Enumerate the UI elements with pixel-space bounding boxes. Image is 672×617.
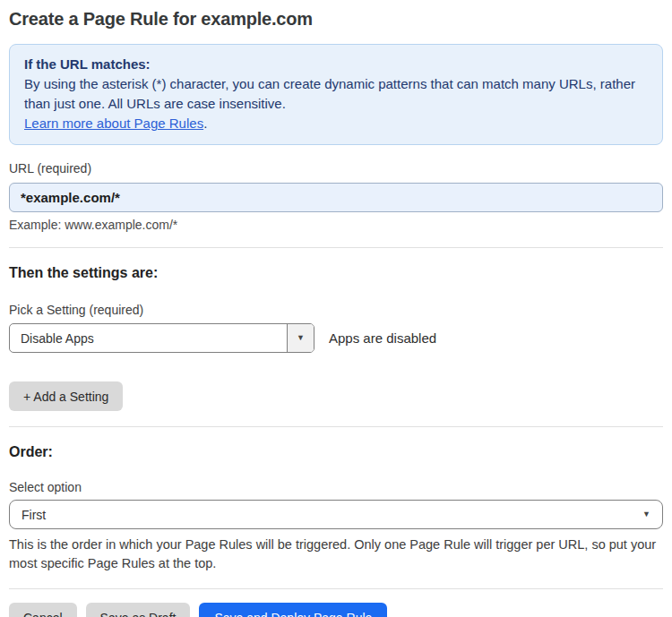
url-field-label: URL (required): [9, 161, 663, 176]
chevron-down-icon: ▼: [642, 510, 650, 518]
page-title: Create a Page Rule for example.com: [9, 9, 663, 30]
pick-setting-label: Pick a Setting (required): [9, 303, 663, 317]
create-page-rule-panel: Create a Page Rule for example.com If th…: [0, 0, 672, 617]
divider: [9, 426, 663, 427]
order-section-heading: Order:: [9, 444, 663, 460]
setting-status-text: Apps are disabled: [329, 330, 436, 346]
divider: [9, 247, 663, 248]
info-box-body: By using the asterisk (*) character, you…: [24, 74, 648, 114]
url-input[interactable]: [9, 183, 663, 212]
chevron-down-icon: ▼: [297, 334, 305, 342]
order-select[interactable]: First ▼: [9, 500, 663, 529]
info-box-link-line: Learn more about Page Rules.: [24, 114, 648, 133]
divider: [9, 588, 663, 589]
url-example-helper: Example: www.example.com/*: [9, 218, 663, 232]
learn-more-page-rules-link[interactable]: Learn more about Page Rules: [24, 116, 203, 131]
setting-row: Disable Apps ▼ Apps are disabled: [9, 323, 663, 353]
order-select-value: First: [22, 508, 46, 522]
link-period: .: [203, 116, 207, 131]
setting-dropdown-arrow-button[interactable]: ▼: [287, 324, 314, 352]
order-helper-text: This is the order in which your Page Rul…: [9, 536, 663, 573]
save-and-deploy-button[interactable]: Save and Deploy Page Rule: [199, 603, 387, 617]
order-select-label: Select option: [9, 480, 663, 494]
cancel-button[interactable]: Cancel: [9, 603, 77, 617]
add-setting-button[interactable]: + Add a Setting: [9, 381, 123, 411]
url-match-info-box: If the URL matches: By using the asteris…: [9, 44, 663, 145]
action-button-row: Cancel Save as Draft Save and Deploy Pag…: [9, 603, 663, 617]
setting-dropdown[interactable]: Disable Apps ▼: [9, 323, 314, 353]
setting-dropdown-value: Disable Apps: [10, 324, 287, 352]
info-box-heading: If the URL matches:: [24, 55, 648, 74]
save-as-draft-button[interactable]: Save as Draft: [86, 603, 191, 617]
settings-section-heading: Then the settings are:: [9, 265, 663, 281]
